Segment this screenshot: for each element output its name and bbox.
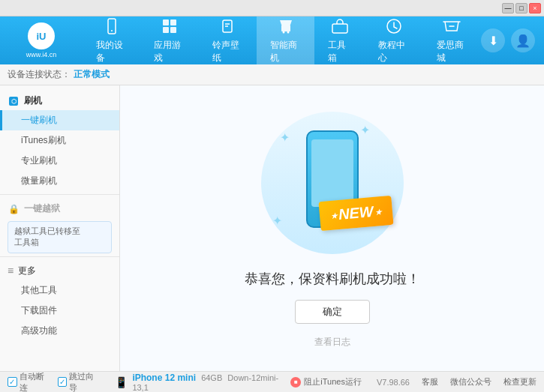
profile-button[interactable]: 👤	[511, 28, 535, 52]
status-value: 正常模式	[74, 68, 110, 81]
shop-icon	[441, 16, 462, 36]
logo-icon: iU	[28, 22, 55, 49]
logo-subtitle: www.i4.cn	[26, 51, 57, 58]
tutorial-icon	[383, 16, 404, 36]
nav-right: ⬇ 👤	[481, 28, 544, 52]
stop-itunes-button[interactable]: ■ 阻止iTunes运行	[290, 376, 362, 388]
auto-close-label: 自动断连	[20, 371, 52, 393]
jailbreak-icon: 🔒	[8, 203, 20, 215]
flash-group-icon: ⬡	[8, 95, 20, 107]
bottom-bar: 自动断连 跳过向导 📱 iPhone 12 mini 64GB Down-12m…	[0, 371, 544, 392]
flash-group-label: 刷机	[24, 94, 42, 107]
nav-my-device-label: 我的设备	[96, 39, 127, 64]
sidebar-item-pro-flash[interactable]: 专业刷机	[0, 151, 119, 171]
bottom-left: 自动断连 跳过向导 📱 iPhone 12 mini 64GB Down-12m…	[8, 371, 290, 393]
phone-screen	[311, 139, 353, 207]
checkbox-skip-wizard[interactable]: 跳过向导	[58, 371, 102, 393]
wechat-official-link[interactable]: 微信公众号	[450, 376, 491, 388]
divider-1	[0, 194, 119, 195]
svg-text:⬡: ⬡	[11, 98, 17, 105]
nav-apps-label: 应用游戏	[154, 39, 185, 64]
jailbreak-notice: 越狱工具已转移至工具箱	[8, 221, 112, 253]
nav-think-store-label: 爱思商城	[437, 39, 467, 64]
svg-rect-5	[170, 27, 176, 33]
status-label: 设备连接状态：	[8, 68, 71, 81]
nav-tutorial-label: 教程中心	[378, 39, 409, 64]
svg-rect-9	[281, 25, 290, 31]
sidebar-group-more: ≡ 更多	[0, 260, 119, 280]
nav-toolbox-label: 工具箱	[328, 39, 351, 64]
sidebar-item-advanced[interactable]: 高级功能	[0, 321, 119, 341]
toolbox-icon	[329, 16, 350, 36]
skip-wizard-label: 跳过向导	[69, 371, 101, 393]
svg-point-11	[287, 31, 289, 34]
device-info: 📱 iPhone 12 mini 64GB Down-12mini-13,1	[115, 373, 290, 392]
device-details: iPhone 12 mini 64GB Down-12mini-13,1	[132, 373, 290, 392]
nav-ringtones-label: 铃声壁纸	[212, 39, 243, 64]
svg-rect-3	[170, 19, 176, 25]
skip-wizard-checkbox[interactable]	[58, 377, 68, 387]
bottom-right: V7.98.66 客服 微信公众号 检查更新	[377, 376, 536, 388]
nav-toolbox[interactable]: 工具箱	[314, 16, 365, 64]
divider-2	[0, 256, 119, 257]
logo: iU www.i4.cn	[0, 22, 83, 58]
check-update-link[interactable]: 检查更新	[503, 376, 536, 388]
nav-my-device[interactable]: 我的设备	[83, 16, 140, 64]
nav-ringtones[interactable]: 铃声壁纸	[199, 16, 257, 64]
sparkle-3: ✦	[272, 214, 282, 228]
title-bar: — □ ×	[0, 0, 544, 16]
nav-items: 我的设备 应用游戏 铃声壁纸 智能商机 工具箱	[83, 16, 481, 64]
device-storage: 64GB	[201, 373, 222, 382]
nav-think-store[interactable]: 爱思商城	[423, 16, 481, 64]
nav-smart-store[interactable]: 智能商机	[257, 16, 314, 64]
nav-tutorial[interactable]: 教程中心	[365, 16, 422, 64]
nav-apps-games[interactable]: 应用游戏	[140, 16, 198, 64]
sidebar-item-other-tools[interactable]: 其他工具	[0, 280, 119, 301]
sidebar-item-download-firmware[interactable]: 下载固件	[0, 301, 119, 321]
content-area: ✦ ✦ ✦ NEW 恭喜您，保资料刷机成功啦！ 确定 查看日志	[120, 85, 544, 371]
auto-close-checkbox[interactable]	[8, 377, 17, 387]
customer-service-link[interactable]: 客服	[422, 376, 438, 388]
stop-itunes-label: 阻止iTunes运行	[304, 376, 362, 388]
status-bar: 设备连接状态： 正常模式	[0, 64, 544, 85]
jailbreak-label: 一键越狱	[24, 202, 60, 215]
confirm-button[interactable]: 确定	[295, 300, 370, 324]
svg-rect-2	[163, 19, 169, 25]
device-name: iPhone 12 mini	[132, 373, 196, 383]
device-icon-small: 📱	[115, 376, 128, 388]
sidebar-item-backup-flash[interactable]: 微量刷机	[0, 171, 119, 191]
device-icon	[101, 16, 122, 36]
store-icon	[275, 16, 296, 36]
again-link[interactable]: 查看日志	[314, 336, 350, 349]
success-card: ✦ ✦ ✦ NEW 恭喜您，保资料刷机成功啦！ 确定 查看日志	[245, 108, 420, 349]
nav-smart-store-label: 智能商机	[270, 39, 301, 64]
checkbox-auto-close[interactable]: 自动断连	[8, 371, 52, 393]
sparkle-1: ✦	[280, 130, 290, 145]
svg-rect-12	[332, 24, 347, 33]
sparkle-2: ✦	[360, 123, 370, 137]
version-label: V7.98.66	[377, 378, 410, 387]
more-icon: ≡	[8, 265, 14, 277]
close-button[interactable]: ×	[529, 3, 541, 13]
ringtone-icon	[217, 16, 238, 36]
sidebar-group-flash: ⬡ 刷机	[0, 90, 119, 110]
sidebar-item-itunes-flash[interactable]: iTunes刷机	[0, 130, 119, 151]
sidebar: ⬡ 刷机 一键刷机 iTunes刷机 专业刷机 微量刷机 🔒 一键越狱 越狱工具…	[0, 85, 120, 371]
phone-illustration: ✦ ✦ ✦ NEW	[257, 108, 407, 258]
sidebar-item-one-click-flash[interactable]: 一键刷机	[0, 110, 119, 130]
minimize-button[interactable]: —	[502, 3, 514, 13]
svg-rect-4	[163, 27, 169, 33]
top-nav: iU www.i4.cn 我的设备 应用游戏 铃声壁纸	[0, 16, 544, 64]
maximize-button[interactable]: □	[515, 3, 527, 13]
sidebar-group-jailbreak: 🔒 一键越狱	[0, 198, 119, 218]
apps-icon	[159, 16, 180, 36]
download-button[interactable]: ⬇	[481, 28, 505, 52]
more-label: 更多	[18, 265, 36, 277]
stop-icon: ■	[290, 377, 301, 388]
main-area: ⬡ 刷机 一键刷机 iTunes刷机 专业刷机 微量刷机 🔒 一键越狱 越狱工具…	[0, 85, 544, 371]
svg-point-10	[282, 31, 284, 34]
success-title: 恭喜您，保资料刷机成功啦！	[245, 270, 420, 288]
